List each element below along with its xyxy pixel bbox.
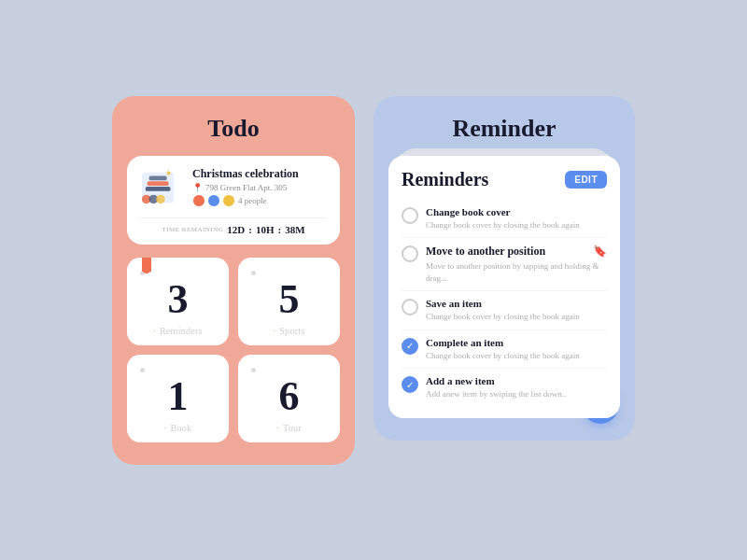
avatar bbox=[222, 194, 235, 207]
reminder-item-title: Save an item bbox=[426, 298, 607, 309]
bookmark-icon: 🔖 bbox=[593, 245, 607, 259]
event-name: Christmas celebration bbox=[192, 167, 327, 182]
time-hours: 10H bbox=[256, 224, 275, 235]
card-dot bbox=[251, 271, 256, 275]
avatar-row bbox=[192, 194, 235, 207]
svg-point-7 bbox=[156, 194, 165, 203]
time-minutes: 38M bbox=[285, 224, 304, 235]
reminder-item-title: Move to another position 🔖 bbox=[426, 245, 607, 259]
location-icon: 📍 bbox=[192, 183, 203, 192]
reminder-card: Reminders EDIT Change book cover Change … bbox=[388, 156, 620, 419]
category-card-tour[interactable]: 6 Tour bbox=[238, 355, 340, 442]
category-number-book: 1 bbox=[140, 376, 216, 417]
reminder-item-title: Change book cover bbox=[426, 206, 607, 217]
category-number-tour: 6 bbox=[251, 376, 327, 417]
category-card-reminders[interactable]: 3 Reminders bbox=[127, 258, 229, 345]
checkbox-move-position[interactable] bbox=[402, 245, 418, 262]
category-card-book[interactable]: 1 Book bbox=[127, 355, 229, 442]
reminder-item-desc: Change book cover by closing the book ag… bbox=[426, 350, 607, 362]
reminder-item-title: Complete an item bbox=[426, 337, 607, 348]
category-number-sports: 5 bbox=[251, 279, 327, 320]
todo-title: Todo bbox=[207, 115, 259, 143]
main-container: Todo ★ bbox=[112, 96, 635, 465]
reminder-item-desc: Add anew item by swiping the list down.. bbox=[426, 388, 607, 400]
svg-rect-2 bbox=[148, 181, 169, 186]
time-remaining: TIME REMAINING 12D : 10H : 38M bbox=[140, 217, 327, 235]
avatar bbox=[192, 194, 205, 207]
reminder-text-change-book-cover: Change book cover Change book cover by c… bbox=[426, 206, 607, 231]
svg-rect-1 bbox=[146, 187, 171, 191]
card-dot bbox=[251, 368, 256, 372]
reminder-item-add-new[interactable]: ✓ Add a new item Add anew item by swipin… bbox=[402, 369, 607, 407]
reminder-item-desc: Change book cover by closing the book ag… bbox=[426, 311, 607, 323]
category-label-tour: Tour bbox=[251, 423, 327, 433]
reminder-card-header: Reminders EDIT bbox=[402, 169, 607, 190]
reminder-item-title: Add a new item bbox=[426, 375, 607, 386]
time-separator: : bbox=[278, 224, 282, 235]
checkbox-save[interactable] bbox=[402, 299, 418, 315]
time-label: TIME REMAINING bbox=[162, 226, 223, 233]
checkbox-add-new[interactable]: ✓ bbox=[402, 376, 418, 393]
category-card-sports[interactable]: 5 Sports bbox=[238, 258, 340, 345]
event-card[interactable]: ★ Christmas celebration 📍 798 Green Flat… bbox=[127, 156, 340, 245]
category-label-sports: Sports bbox=[251, 326, 327, 336]
reminder-item-move-position[interactable]: Move to another position 🔖 Move to anoth… bbox=[402, 238, 607, 291]
reminder-panel: Reminder Reminders EDIT Change book cove… bbox=[374, 96, 635, 441]
reminder-item-change-book-cover[interactable]: Change book cover Change book cover by c… bbox=[402, 200, 607, 239]
time-days: 12D bbox=[227, 224, 245, 235]
reminder-item-complete[interactable]: ✓ Complete an item Change book cover by … bbox=[402, 330, 607, 370]
edit-button[interactable]: EDIT bbox=[565, 171, 607, 189]
checkbox-change-book-cover[interactable] bbox=[402, 207, 418, 224]
reminder-text-add-new: Add a new item Add anew item by swiping … bbox=[426, 375, 607, 400]
svg-text:★: ★ bbox=[165, 168, 172, 176]
card-dot bbox=[140, 368, 145, 372]
event-location: 📍 798 Green Flat Apt. 305 bbox=[192, 183, 327, 192]
todo-panel: Todo ★ bbox=[112, 96, 355, 465]
time-separator: : bbox=[248, 224, 252, 235]
reminder-item-desc: Change book cover by closing the book ag… bbox=[426, 219, 607, 231]
category-number-reminders: 3 bbox=[140, 279, 216, 320]
reminder-card-wrapper: Reminders EDIT Change book cover Change … bbox=[388, 156, 620, 419]
category-label-reminders: Reminders bbox=[140, 326, 216, 336]
reminder-text-save: Save an item Change book cover by closin… bbox=[426, 298, 607, 323]
reminders-heading: Reminders bbox=[402, 169, 488, 190]
event-people: 4 people bbox=[192, 194, 327, 207]
reminder-title: Reminder bbox=[452, 115, 556, 143]
event-info: Christmas celebration 📍 798 Green Flat A… bbox=[192, 167, 327, 208]
reminder-item-desc: Move to another position by tapping and … bbox=[426, 260, 607, 284]
category-label-book: Book bbox=[140, 423, 216, 433]
reminder-text-move-position: Move to another position 🔖 Move to anoth… bbox=[426, 245, 607, 284]
category-grid: 3 Reminders 5 Sports 1 Book 6 Tour bbox=[127, 258, 340, 442]
svg-rect-3 bbox=[149, 175, 167, 180]
checkbox-complete[interactable]: ✓ bbox=[402, 338, 418, 355]
event-illustration: ★ bbox=[140, 167, 183, 210]
reminder-text-complete: Complete an item Change book cover by cl… bbox=[426, 337, 607, 362]
avatar bbox=[207, 194, 220, 207]
bookmark-tag bbox=[142, 258, 151, 274]
reminder-item-save[interactable]: Save an item Change book cover by closin… bbox=[402, 291, 607, 330]
event-header: ★ Christmas celebration 📍 798 Green Flat… bbox=[140, 167, 327, 210]
